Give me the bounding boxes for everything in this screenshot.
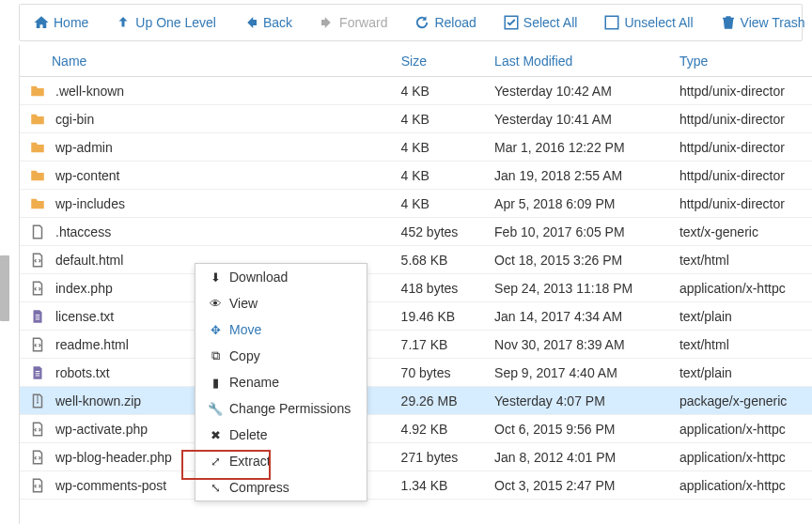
view-trash-label: View Trash (741, 15, 805, 30)
code-icon (29, 252, 46, 269)
file-type: text/html (672, 337, 812, 352)
forward-label: Forward (339, 15, 387, 30)
file-type: text/plain (672, 365, 812, 380)
table-row[interactable]: wp-includes4 KBApr 5, 2018 6:09 PMhttpd/… (20, 190, 812, 218)
reload-button[interactable]: Reload (404, 8, 485, 37)
svg-rect-1 (606, 16, 619, 29)
zip-icon (29, 393, 46, 409)
file-modified: Apr 5, 2018 6:09 PM (487, 196, 672, 211)
context-copy[interactable]: ⧉Copy (195, 343, 367, 369)
table-row[interactable]: wp-blog-header.php271 bytesJan 8, 2012 4… (20, 443, 812, 471)
file-modified: Feb 10, 2017 6:05 PM (487, 224, 672, 239)
code-icon (29, 421, 46, 438)
file-name: .well-known (55, 84, 124, 99)
table-row[interactable]: wp-activate.php4.92 KBOct 6, 2015 9:56 P… (20, 415, 812, 443)
file-name: robots.txt (55, 365, 110, 380)
text-icon (29, 364, 46, 381)
file-type: httpd/unix-director (672, 84, 812, 99)
file-name: wp-content (55, 168, 119, 183)
file-table: Name Size Last Modified Type .well-known… (19, 45, 812, 524)
file-size: 4 KB (394, 140, 487, 155)
context-move[interactable]: ✥Move (195, 316, 367, 343)
table-row[interactable]: .well-known4 KBYesterday 10:42 AMhttpd/u… (20, 77, 812, 105)
file-name: index.php (55, 281, 113, 296)
folder-icon (29, 111, 46, 128)
context-compress[interactable]: ⤡Compress (195, 474, 367, 501)
compress-icon: ⤡ (209, 481, 222, 495)
home-label: Home (54, 15, 88, 30)
file-modified: Jan 14, 2017 4:34 AM (487, 309, 672, 324)
file-name: wp-activate.php (55, 422, 148, 437)
check-square-icon (503, 14, 520, 31)
forward-button[interactable]: Forward (309, 8, 397, 37)
context-extract[interactable]: ⤢Extract (195, 448, 367, 474)
text-icon (29, 308, 46, 325)
svg-point-2 (37, 401, 39, 403)
back-icon (242, 14, 259, 31)
file-size: 4 KB (394, 112, 487, 127)
file-name: wp-comments-post (55, 478, 166, 493)
file-name: well-known.zip (55, 393, 141, 408)
unselect-all-button[interactable]: Unselect All (594, 8, 702, 37)
table-row[interactable]: wp-content4 KBJan 19, 2018 2:55 AMhttpd/… (20, 162, 812, 190)
file-type: application/x-httpc (672, 281, 812, 296)
code-icon (29, 477, 46, 494)
file-size: 271 bytes (394, 450, 487, 465)
table-row[interactable]: wp-comments-post1.34 KBOct 3, 2015 2:47 … (20, 471, 812, 500)
code-icon (29, 449, 46, 466)
file-name: cgi-bin (55, 112, 94, 127)
file-type: httpd/unix-director (672, 168, 812, 183)
col-type[interactable]: Type (672, 54, 812, 69)
back-label: Back (263, 15, 292, 30)
up-button[interactable]: Up One Level (105, 8, 226, 37)
file-name: license.txt (55, 309, 114, 324)
file-icon (29, 223, 46, 240)
file-modified: Oct 18, 2015 3:26 PM (487, 253, 672, 268)
eye-icon: 👁 (209, 297, 222, 311)
table-row[interactable]: robots.txt70 bytesSep 9, 2017 4:40 AMtex… (20, 359, 812, 387)
folder-icon (29, 83, 46, 100)
col-name[interactable]: Name (20, 54, 394, 69)
table-row[interactable]: index.php418 bytesSep 24, 2013 11:18 PMa… (20, 274, 812, 302)
reload-icon (414, 14, 430, 31)
col-size[interactable]: Size (394, 54, 487, 69)
context-delete[interactable]: ✖Delete (195, 422, 367, 448)
copy-icon: ⧉ (209, 348, 222, 363)
table-row[interactable]: cgi-bin4 KBYesterday 10:41 AMhttpd/unix-… (20, 105, 812, 133)
file-type: application/x-httpc (672, 450, 812, 465)
col-modified[interactable]: Last Modified (487, 54, 672, 69)
table-row[interactable]: default.html5.68 KBOct 18, 2015 3:26 PMt… (20, 246, 812, 274)
rename-icon: ▮ (209, 376, 222, 390)
table-header: Name Size Last Modified Type (20, 45, 812, 77)
scrollbar-thumb[interactable] (0, 255, 9, 321)
context-rename[interactable]: ▮Rename (195, 369, 367, 395)
file-modified: Yesterday 4:07 PM (487, 393, 672, 408)
file-type: httpd/unix-director (672, 196, 812, 211)
folder-icon (29, 167, 46, 184)
extract-icon: ⤢ (209, 455, 222, 469)
file-type: package/x-generic (672, 393, 812, 408)
table-row[interactable]: license.txt19.46 KBJan 14, 2017 4:34 AMt… (20, 302, 812, 331)
context-view[interactable]: 👁View (195, 290, 367, 316)
home-button[interactable]: Home (23, 8, 98, 37)
table-row[interactable]: readme.html7.17 KBNov 30, 2017 8:39 AMte… (20, 331, 812, 359)
file-type: text/plain (672, 309, 812, 324)
file-size: 19.46 KB (394, 309, 487, 324)
context-menu: ⬇Download 👁View ✥Move ⧉Copy ▮Rename 🔧Cha… (195, 263, 367, 501)
table-row[interactable]: well-known.zip29.26 MBYesterday 4:07 PMp… (20, 387, 812, 415)
file-size: 5.68 KB (394, 253, 487, 268)
trash-icon (720, 14, 737, 31)
view-trash-button[interactable]: View Trash (710, 8, 812, 37)
file-modified: Jan 19, 2018 2:55 AM (487, 168, 672, 183)
file-name: .htaccess (55, 224, 111, 239)
file-size: 418 bytes (394, 281, 487, 296)
select-all-button[interactable]: Select All (493, 8, 587, 37)
file-modified: Nov 30, 2017 8:39 AM (487, 337, 672, 352)
delete-icon: ✖ (209, 428, 222, 442)
context-permissions[interactable]: 🔧Change Permissions (195, 395, 367, 422)
table-row[interactable]: .htaccess452 bytesFeb 10, 2017 6:05 PMte… (20, 218, 812, 246)
context-download[interactable]: ⬇Download (195, 264, 367, 290)
download-icon: ⬇ (209, 270, 222, 285)
back-button[interactable]: Back (233, 8, 302, 37)
table-row[interactable]: wp-admin4 KBMar 1, 2016 12:22 PMhttpd/un… (20, 133, 812, 162)
